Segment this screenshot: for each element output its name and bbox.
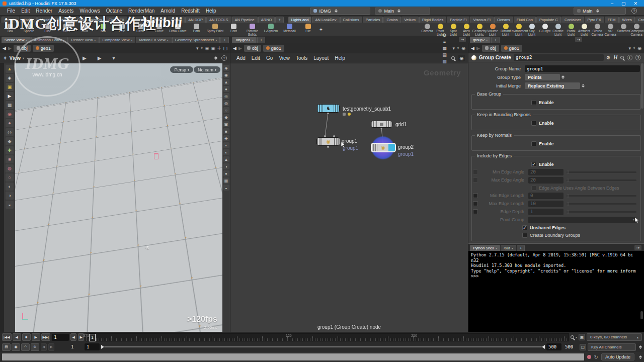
network-canvas[interactable]: Geometry ♞ testgeometry_squab1 ▤ grid1 bbox=[230, 63, 468, 332]
dopesheet-icon[interactable]: ▢ bbox=[580, 344, 586, 350]
point-group-input[interactable]: ▾ bbox=[528, 217, 636, 223]
pane-tab[interactable]: Motion FX View▾ bbox=[136, 37, 171, 43]
playback-range-slider[interactable] bbox=[101, 343, 545, 350]
section-title[interactable]: Base Group bbox=[475, 92, 503, 97]
shelf-tab[interactable]: Particle Fl bbox=[447, 17, 469, 23]
shelf-add-tab-button[interactable]: + bbox=[275, 17, 283, 23]
initial-merge-dropdown[interactable]: Replace Existing bbox=[525, 82, 580, 89]
maximize-button[interactable]: ▢ bbox=[621, 1, 626, 6]
node-group2[interactable]: ◉ bbox=[371, 143, 395, 152]
group-name-input[interactable]: group1 bbox=[525, 65, 640, 72]
viewport-tool-icon[interactable]: ◍ bbox=[6, 164, 14, 172]
viewport-tool-icon[interactable]: ▦ bbox=[6, 101, 14, 109]
node-name-input[interactable]: group2 bbox=[514, 54, 604, 61]
grid-geometry[interactable] bbox=[15, 63, 222, 332]
shelf-tab[interactable]: Polygon bbox=[54, 17, 73, 23]
info-icon[interactable]: i bbox=[627, 55, 632, 60]
display-option-icon[interactable]: ◈ bbox=[223, 65, 229, 71]
pane-tab[interactable]: Geometry Spreadsheet▾ bbox=[172, 37, 220, 43]
viewport-tool-icon[interactable]: ■ bbox=[6, 155, 14, 163]
param-toggle-checkbox[interactable] bbox=[473, 169, 478, 174]
viewport-tool-icon[interactable]: ▣ bbox=[6, 83, 14, 91]
spinner-icon[interactable] bbox=[582, 84, 585, 87]
viewport-tool-icon[interactable]: ● bbox=[6, 119, 14, 127]
display-option-icon[interactable]: ◐ bbox=[223, 149, 229, 155]
scrollbar[interactable] bbox=[640, 311, 643, 319]
shelf-tool[interactable]: Platonic Solids bbox=[243, 23, 262, 36]
param-value-field[interactable]: 20 bbox=[528, 177, 564, 184]
node-label[interactable]: testgeometry_squab1 bbox=[343, 106, 391, 112]
shelf-tool[interactable]: Gamepad Camera bbox=[630, 23, 643, 36]
shelf-tab[interactable]: Viscous Fl bbox=[470, 17, 493, 23]
shelf-tab[interactable]: AN DOP bbox=[185, 17, 206, 23]
spinner-icon[interactable] bbox=[639, 355, 642, 359]
shelf-tab[interactable]: Container bbox=[561, 17, 584, 23]
viewport-tool-icon[interactable]: ◎ bbox=[6, 128, 14, 136]
enable-checkbox[interactable] bbox=[531, 162, 536, 167]
viewport-tool-icon[interactable]: ◒ bbox=[6, 201, 14, 209]
shelf-tool[interactable]: Circle bbox=[131, 23, 150, 36]
path-crumb-geo1[interactable]: geo1 bbox=[501, 45, 522, 52]
shelf-tool[interactable]: Draw Curve bbox=[169, 23, 187, 36]
shelf-tab[interactable]: Volumes bbox=[128, 17, 148, 23]
shelf-tab[interactable]: AN TOOLS bbox=[206, 17, 231, 23]
key-all-channels-button[interactable]: Key All Channels bbox=[588, 343, 636, 351]
pane-menu-icon[interactable]: ▪▾ bbox=[575, 37, 582, 42]
network-toolbar-icon[interactable]: ⚙ bbox=[441, 32, 448, 39]
display-option-icon[interactable]: ◑ bbox=[223, 163, 229, 169]
search-icon[interactable] bbox=[620, 56, 624, 59]
menu-item[interactable]: Edit bbox=[18, 8, 33, 14]
menu-item[interactable]: Help bbox=[203, 8, 219, 14]
network-menu-item[interactable]: Go bbox=[263, 55, 276, 61]
viewport-tool-icon[interactable]: ◐ bbox=[6, 183, 14, 191]
shelf-main-dropdown[interactable]: Main bbox=[375, 8, 430, 15]
display-option-icon[interactable]: ▦ bbox=[223, 177, 229, 184]
viewport-tool-icon[interactable]: ▲ bbox=[6, 65, 14, 73]
timeline-search-icon[interactable] bbox=[571, 335, 574, 339]
shelf-tool[interactable]: Null bbox=[94, 23, 113, 36]
path-crumb-geo1[interactable]: geo1 bbox=[33, 45, 54, 52]
shelf-tab[interactable]: Modify bbox=[20, 17, 37, 23]
transport-button[interactable]: ▶▶| bbox=[41, 333, 51, 341]
spinner-icon[interactable] bbox=[561, 75, 565, 79]
network-menu-item[interactable]: View bbox=[276, 55, 293, 61]
shelf-tool[interactable]: Torus bbox=[57, 23, 75, 36]
enable-checkbox[interactable] bbox=[531, 121, 536, 126]
viewport-tool-icon[interactable]: ◈ bbox=[6, 74, 14, 82]
node-group1[interactable]: ◉ bbox=[316, 137, 340, 146]
shelf-tool[interactable]: Curve bbox=[150, 23, 169, 36]
shelf-tab[interactable]: Render bbox=[149, 17, 168, 23]
param-slider[interactable] bbox=[567, 171, 636, 173]
minimize-button[interactable]: – bbox=[611, 1, 613, 6]
add-pane-tab-button[interactable]: + bbox=[257, 37, 265, 43]
shelf-tool[interactable]: Switcher bbox=[617, 23, 630, 36]
back-icon[interactable]: ◀ bbox=[471, 46, 474, 51]
shelf-tab[interactable]: Populate C bbox=[536, 17, 561, 23]
shell-tab[interactable]: /out▾ bbox=[501, 245, 516, 251]
unshared-edges-checkbox[interactable] bbox=[522, 225, 527, 230]
range-end-handle[interactable] bbox=[542, 345, 545, 349]
help-icon[interactable]: ? bbox=[631, 8, 637, 14]
pane-tab[interactable]: Animation Editor▾ bbox=[31, 37, 68, 43]
viewport-tool-icon[interactable]: ◆ bbox=[6, 137, 14, 145]
enable-checkbox[interactable] bbox=[531, 141, 536, 146]
no-cam-button[interactable]: No cam▾ bbox=[194, 66, 220, 73]
display-option-icon[interactable]: ● bbox=[223, 86, 229, 92]
menu-item[interactable]: Arnold bbox=[157, 8, 178, 14]
step-back-button[interactable]: ◀ bbox=[70, 333, 76, 341]
display-option-icon[interactable]: ◎ bbox=[223, 93, 229, 99]
display-option-icon[interactable]: ◒ bbox=[223, 185, 229, 191]
node-label[interactable]: grid1 bbox=[395, 122, 407, 127]
transport-button[interactable]: ■ bbox=[22, 333, 31, 341]
refresh-icon[interactable]: ↻ bbox=[594, 354, 598, 360]
shelf-tool[interactable]: GI Light bbox=[538, 23, 551, 36]
path-caret-icon[interactable]: ▾ bbox=[196, 46, 199, 51]
playback-option-icon[interactable]: ⊙ bbox=[31, 343, 39, 351]
viewport-canvas[interactable]: Persp▾ No cam▾ -5 >120fps 2.05ms bbox=[15, 63, 222, 332]
houdini-help-icon[interactable]: H bbox=[614, 55, 617, 60]
network-toolbar-icon[interactable]: ▤ bbox=[441, 52, 448, 58]
add-pane-tab-button[interactable]: + bbox=[517, 245, 525, 251]
display-option-icon[interactable]: ◍ bbox=[223, 100, 229, 106]
shelf-tab[interactable]: Arnold bbox=[168, 17, 185, 23]
playback-option-icon[interactable]: ▤ bbox=[2, 343, 11, 351]
